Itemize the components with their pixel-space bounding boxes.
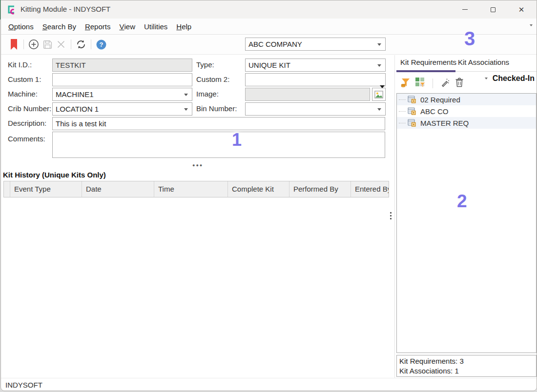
tree-connector (399, 99, 406, 100)
chevron-down-icon (184, 94, 188, 96)
image-icon (374, 91, 383, 98)
kit-associations-count: Kit Associations: 1 (399, 366, 534, 376)
filter-data-button[interactable] (400, 77, 411, 90)
requirements-toolbar (400, 77, 464, 90)
column-header-event-type[interactable]: Event Type (10, 181, 82, 197)
image-picker-dropdown-icon[interactable] (380, 85, 385, 88)
custom2-field[interactable] (245, 73, 386, 86)
trash-icon (454, 77, 464, 88)
save-button[interactable] (41, 38, 54, 51)
refresh-button[interactable] (74, 38, 88, 51)
crib-number-label: Crib Number: (8, 102, 51, 115)
toolbar-separator (23, 39, 24, 49)
custom1-field[interactable] (52, 73, 192, 86)
tab-kit-associations[interactable]: Kit Associations (458, 58, 509, 66)
chevron-down-icon (377, 64, 381, 67)
vertical-splitter-handle[interactable] (390, 212, 392, 219)
statusbar-divider (1, 378, 537, 378)
comments-field[interactable] (52, 132, 385, 158)
toolbar-separator (71, 39, 71, 49)
column-header-time[interactable]: Time (154, 181, 228, 197)
image-picker-button[interactable] (372, 88, 386, 101)
kit-history-title: Kit History (Unique Kits Only) (3, 171, 106, 179)
kit-requirements-tree: 02 Required ABC CO (396, 93, 537, 353)
column-header-complete-kit[interactable]: Complete Kit (228, 181, 289, 197)
grid-filter-icon (415, 77, 426, 88)
kit-history-table-header: Event Type Date Time Complete Kit Perfor… (3, 181, 389, 197)
maximize-button[interactable] (479, 0, 507, 19)
maximize-icon (491, 7, 496, 12)
add-record-button[interactable] (27, 38, 41, 51)
delete-button[interactable] (54, 38, 68, 51)
annotation-1: 1 (232, 130, 242, 150)
svg-text:?: ? (99, 41, 103, 48)
requirement-icon (408, 96, 417, 104)
window-title: Kitting Module - INDYSOFT (21, 5, 110, 13)
grid-filter-button[interactable] (415, 77, 426, 90)
help-icon: ? (96, 39, 106, 50)
column-header-entered-by[interactable]: Entered By (351, 181, 389, 197)
bookmark-button[interactable] (7, 38, 21, 51)
tree-connector (399, 111, 406, 112)
description-field[interactable] (52, 117, 385, 130)
menu-bar: Options Search By Reports View Utilities… (1, 19, 537, 35)
active-tab-indicator (396, 70, 455, 72)
minimize-button[interactable] (451, 0, 479, 19)
kit-status-control[interactable]: Checked-In (485, 74, 535, 83)
help-button[interactable]: ? (94, 38, 108, 51)
tree-item-master-req[interactable]: MASTER REQ (397, 117, 536, 129)
tree-connector (399, 123, 406, 123)
menu-options[interactable]: Options (4, 19, 38, 34)
title-bar: Kitting Module - INDYSOFT ✕ (1, 0, 537, 19)
minimize-icon (462, 9, 468, 10)
machine-select[interactable]: MACHINE1 (52, 88, 192, 101)
bin-number-select[interactable] (245, 102, 386, 116)
menu-view[interactable]: View (115, 19, 140, 34)
image-label: Image: (196, 88, 219, 100)
screen: Kitting Module - INDYSOFT ✕ Options Sear… (0, 0, 537, 392)
bin-number-label: Bin Number: (196, 102, 237, 115)
type-select[interactable]: UNIQUE KIT (245, 59, 386, 72)
refresh-icon (76, 39, 86, 50)
tab-kit-requirements[interactable]: Kit Requirements (400, 58, 456, 66)
tree-item-02-required[interactable]: 02 Required (397, 94, 536, 105)
company-select[interactable]: ABC COMPANY (245, 38, 386, 51)
column-header-date[interactable]: Date (82, 181, 154, 197)
menu-help[interactable]: Help (172, 19, 196, 34)
wand-edit-icon (440, 77, 451, 88)
delete-requirement-button[interactable] (454, 77, 464, 90)
kit-id-field (52, 59, 192, 72)
save-icon (42, 39, 53, 50)
toolbar-separator (433, 78, 433, 88)
menu-utilities[interactable]: Utilities (140, 19, 172, 34)
close-button[interactable]: ✕ (507, 0, 536, 19)
toolbar: ? (7, 37, 108, 52)
tree-item-label: ABC CO (420, 107, 449, 116)
row-selector-header (4, 181, 10, 197)
custom1-label: Custom 1: (8, 73, 41, 86)
menu-overflow-chevron-icon[interactable] (530, 24, 533, 26)
wand-edit-button[interactable] (440, 77, 451, 90)
column-header-performed-by[interactable]: Performed By (289, 181, 351, 197)
panel-divider (394, 55, 395, 378)
crib-number-value: LOCATION 1 (56, 105, 99, 113)
menu-search-by[interactable]: Search By (38, 19, 81, 34)
horizontal-splitter-handle[interactable]: ●●● (192, 163, 203, 168)
kit-id-label: Kit I.D.: (8, 59, 32, 71)
status-badge: Checked-In (493, 74, 535, 83)
custom2-label: Custom 2: (196, 73, 229, 86)
annotation-2: 2 (457, 191, 467, 212)
tree-item-abc-co[interactable]: ABC CO (397, 105, 536, 117)
menu-reports[interactable]: Reports (81, 19, 115, 34)
chevron-down-icon (184, 108, 188, 111)
requirement-icon (408, 119, 417, 127)
description-label: Description: (8, 117, 46, 130)
crib-number-select[interactable]: LOCATION 1 (52, 102, 192, 116)
chevron-down-icon (377, 108, 381, 111)
company-value: ABC COMPANY (248, 40, 302, 48)
add-record-icon (28, 39, 39, 50)
annotation-3: 3 (464, 28, 475, 50)
delete-icon (56, 39, 66, 49)
chevron-down-icon (377, 43, 381, 46)
app-logo-icon (6, 4, 17, 15)
